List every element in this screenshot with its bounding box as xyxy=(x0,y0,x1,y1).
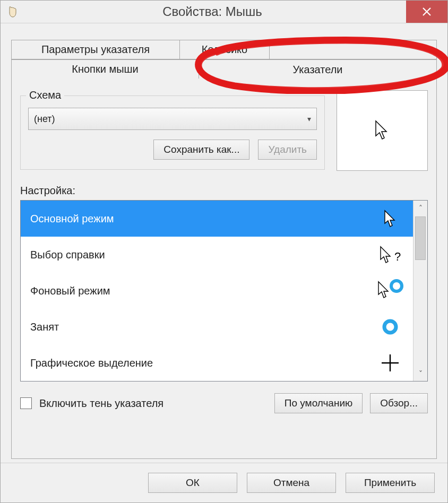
tab-strip: Параметры указателя Колесико Кнопки мыши… xyxy=(11,40,437,80)
close-icon xyxy=(422,7,432,16)
list-item[interactable]: Занят xyxy=(21,309,413,345)
crosshair-icon xyxy=(377,350,403,376)
cursor-help-icon: ? xyxy=(377,241,403,268)
titlebar: Свойства: Мышь xyxy=(1,1,447,23)
defaults-button[interactable]: По умолчанию xyxy=(274,393,363,413)
shadow-label: Включить тень указателя xyxy=(39,397,267,410)
window-title: Свойства: Мышь xyxy=(19,4,406,19)
list-item-label: Выбор справки xyxy=(30,249,105,261)
pointer-preview xyxy=(337,90,428,171)
scheme-group: Схема (нет) ▾ Сохранить как... Удалить xyxy=(20,96,325,170)
cursor-arrow-icon xyxy=(377,205,403,232)
list-item[interactable]: Основной режим xyxy=(21,201,413,237)
tab-wheel[interactable]: Колесико xyxy=(179,40,270,59)
delete-button[interactable]: Удалить xyxy=(258,140,317,160)
scroll-up-icon[interactable]: ˄ xyxy=(413,201,427,215)
cursor-busy-bg-icon xyxy=(377,277,403,304)
scheme-legend: Схема xyxy=(26,89,64,101)
tab-pointer-options[interactable]: Параметры указателя xyxy=(11,40,180,59)
svg-point-1 xyxy=(391,281,402,291)
list-item[interactable]: Графическое выделение xyxy=(21,345,413,381)
pointer-list[interactable]: Основной режим Выбор справки ? xyxy=(20,200,428,381)
cursor-arrow-icon xyxy=(374,120,391,141)
chevron-down-icon: ▾ xyxy=(307,115,311,123)
list-item[interactable]: Фоновый режим xyxy=(21,273,413,309)
busy-ring-icon xyxy=(377,314,403,340)
scheme-area: Схема (нет) ▾ Сохранить как... Удалить xyxy=(20,90,428,171)
cancel-button[interactable]: Отмена xyxy=(247,473,336,493)
list-item[interactable]: Выбор справки ? xyxy=(21,237,413,273)
app-icon xyxy=(6,5,19,18)
list-item-label: Фоновый режим xyxy=(30,285,110,297)
list-item-label: Графическое выделение xyxy=(30,357,153,369)
scheme-dropdown[interactable]: (нет) ▾ xyxy=(28,108,317,130)
browse-button[interactable]: Обзор... xyxy=(370,393,428,413)
options-row: Включить тень указателя По умолчанию Обз… xyxy=(20,393,428,413)
scroll-down-icon[interactable]: ˅ xyxy=(413,366,427,381)
scroll-thumb[interactable] xyxy=(415,216,426,260)
client-area: Параметры указателя Колесико Кнопки мыши… xyxy=(11,40,437,459)
dialog-footer: ОК Отмена Применить xyxy=(1,463,447,502)
list-item-label: Основной режим xyxy=(30,213,114,225)
pointer-list-inner: Основной режим Выбор справки ? xyxy=(21,201,413,381)
save-as-button[interactable]: Сохранить как... xyxy=(153,140,249,160)
shadow-checkbox[interactable] xyxy=(20,397,32,409)
tab-pointers[interactable]: Указатели xyxy=(199,59,437,79)
window: Свойства: Мышь Параметры указателя Колес… xyxy=(0,0,448,503)
close-button[interactable] xyxy=(406,1,447,23)
list-item-label: Занят xyxy=(30,321,59,333)
tab-pointers-panel: Схема (нет) ▾ Сохранить как... Удалить xyxy=(11,79,437,459)
svg-text:?: ? xyxy=(394,250,401,263)
scheme-value: (нет) xyxy=(34,114,55,125)
tab-hardware[interactable] xyxy=(269,40,437,59)
apply-button[interactable]: Применить xyxy=(346,473,435,493)
svg-point-2 xyxy=(384,321,396,333)
ok-button[interactable]: ОК xyxy=(148,473,237,493)
customize-label: Настройка: xyxy=(20,185,428,197)
tab-buttons[interactable]: Кнопки мыши xyxy=(11,59,199,79)
scrollbar[interactable]: ˄ ˅ xyxy=(413,201,427,381)
